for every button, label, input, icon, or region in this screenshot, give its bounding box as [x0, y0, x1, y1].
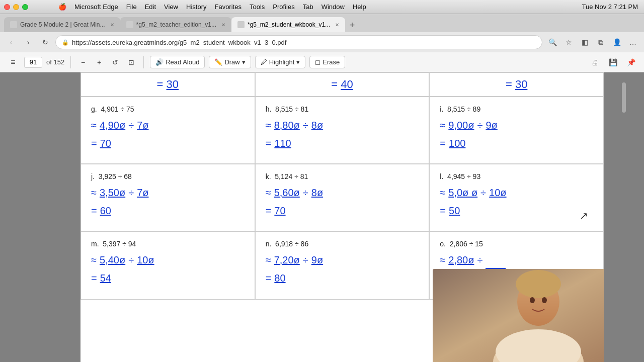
draw-chevron-icon: ▾ — [242, 58, 246, 66]
math-cell-m: m. 5,397 ÷ 94 ≈ 5,40ø ÷ 10ø = 54 — [80, 231, 255, 300]
math-cell-k: k. 5,124 ÷ 81 ≈ 5,60ø ÷ 8ø = 70 — [255, 164, 430, 231]
tab-2[interactable]: *g5_m2_teacher_edition_v1... ✕ — [120, 17, 231, 32]
math-cell-l: l. 4,945 ÷ 93 ≈ 5,0ø ø ÷ 10ø = 50 ↗ — [429, 164, 604, 231]
read-aloud-button[interactable]: 🔊 Read Aloud — [150, 56, 205, 68]
extensions-icon[interactable]: ⧉ — [594, 35, 608, 49]
address-bar[interactable]: 🔒 https://assets.eureka.greatminds.org/g… — [55, 35, 542, 49]
tab-2-favicon — [126, 21, 133, 28]
highlight-label: Highlight — [269, 58, 295, 66]
new-tab-button[interactable]: + — [345, 18, 359, 32]
menu-favorites[interactable]: Favorites — [214, 3, 241, 11]
menu-history[interactable]: History — [186, 3, 206, 11]
tab-1-favicon — [10, 21, 17, 28]
title-bar: 🍎 Microsoft Edge File Edit View History … — [0, 0, 644, 14]
tab-3-label: *g5_m2_student_wkbook_v1... — [248, 21, 330, 28]
menu-tools[interactable]: Tools — [250, 3, 265, 11]
traffic-lights[interactable] — [4, 4, 28, 10]
top-val-g: = 30 — [157, 78, 179, 90]
toolbar-divider-2 — [143, 56, 144, 68]
menu-bar: 🍎 Microsoft Edge File Edit View History … — [28, 3, 366, 11]
problem-n-label: n. 6,918 ÷ 86 — [266, 240, 419, 248]
menu-file[interactable]: File — [126, 3, 137, 11]
math-row-jkl: j. 3,925 ÷ 68 ≈ 3,50ø ÷ 7ø = 60 k. 5,124… — [80, 164, 604, 231]
menu-tab[interactable]: Tab — [303, 3, 313, 11]
pin-icon[interactable]: 📌 — [624, 55, 638, 69]
problem-i-work: ≈ 9,00ø ÷ 9ø = 100 — [440, 117, 593, 151]
svg-point-5 — [542, 297, 547, 303]
problem-j-label: j. 3,925 ÷ 68 — [91, 172, 245, 180]
highlight-button[interactable]: 🖊 Highlight ▾ — [255, 56, 306, 68]
tab-2-close[interactable]: ✕ — [221, 22, 225, 28]
reload-button[interactable]: ↻ — [38, 35, 52, 49]
tab-3-favicon — [237, 21, 245, 28]
top-cell-h: = 40 — [255, 72, 430, 97]
math-cell-g: g. 4,901 ÷ 75 ≈ 4,90ø ÷ 7ø = 70 — [80, 97, 255, 164]
browser-toolbar-right: 🔍 ☆ ◧ ⧉ 👤 … — [545, 35, 640, 49]
problem-h-label: h. 8,515 ÷ 81 — [266, 105, 419, 113]
svg-point-4 — [530, 297, 535, 303]
rotate-button[interactable]: ↺ — [109, 56, 121, 68]
problem-k-label: k. 5,124 ÷ 81 — [266, 172, 419, 180]
pdf-menu-button[interactable]: ≡ — [6, 55, 20, 69]
problem-i-label: i. 8,515 ÷ 89 — [440, 105, 593, 113]
forward-button[interactable]: › — [21, 35, 35, 49]
problem-k-work: ≈ 5,60ø ÷ 8ø = 70 — [266, 185, 419, 219]
address-bar-row: ‹ › ↻ 🔒 https://assets.eureka.greatminds… — [0, 32, 644, 52]
url-text: https://assets.eureka.greatminds.org/g5_… — [72, 39, 286, 46]
apple-menu[interactable]: 🍎 — [58, 3, 66, 11]
problem-l-work: ≈ 5,0ø ø ÷ 10ø = 50 — [440, 185, 593, 219]
tab-3-close[interactable]: ✕ — [335, 22, 339, 28]
top-cell-i: = 30 — [429, 72, 604, 97]
pdf-left-margin — [0, 72, 80, 362]
favorites-icon[interactable]: ☆ — [561, 35, 576, 49]
problem-j-work: ≈ 3,50ø ÷ 7ø = 60 — [91, 185, 245, 219]
draw-label: Draw — [224, 58, 239, 66]
read-aloud-icon: 🔊 — [155, 58, 164, 66]
pdf-page[interactable]: = 30 = 40 = 30 g. 4,901 ÷ 75 ≈ 4,90ø ÷ 7… — [80, 72, 604, 362]
erase-button[interactable]: ◻ Erase — [309, 56, 345, 68]
problem-g-label: g. 4,901 ÷ 75 — [91, 105, 245, 113]
tab-1[interactable]: Grade 5 Module 2 | Great Min... ✕ — [4, 17, 120, 32]
save-icon[interactable]: 💾 — [606, 55, 620, 69]
problem-n-work: ≈ 7,20ø ÷ 9ø = 80 — [266, 252, 419, 286]
tab-1-close[interactable]: ✕ — [110, 22, 114, 28]
profile-icon[interactable]: 👤 — [610, 35, 624, 49]
math-cell-n: n. 6,918 ÷ 86 ≈ 7,20ø ÷ 9ø = 80 — [255, 231, 430, 300]
menu-edge[interactable]: Microsoft Edge — [74, 3, 118, 11]
draw-icon: ✏️ — [214, 58, 222, 66]
tab-3[interactable]: *g5_m2_student_wkbook_v1... ✕ — [231, 17, 345, 32]
tab-bar: Grade 5 Module 2 | Great Min... ✕ *g5_m2… — [0, 14, 644, 32]
problem-m-work: ≈ 5,40ø ÷ 10ø = 54 — [91, 252, 245, 286]
close-button[interactable] — [4, 4, 10, 10]
menu-edit[interactable]: Edit — [145, 3, 156, 11]
problem-h-work: ≈ 8,80ø ÷ 8ø = 110 — [266, 117, 419, 151]
menu-help[interactable]: Help — [353, 3, 366, 11]
read-aloud-label: Read Aloud — [166, 58, 199, 66]
menu-window[interactable]: Window — [321, 3, 345, 11]
draw-button[interactable]: ✏️ Draw ▾ — [209, 56, 251, 68]
menu-view[interactable]: View — [164, 3, 178, 11]
problem-o-label: o. 2,806 ÷ 15 — [440, 240, 593, 248]
pdf-right-margin — [604, 72, 644, 362]
maximize-button[interactable] — [22, 4, 28, 10]
menu-profiles[interactable]: Profiles — [273, 3, 294, 11]
svg-point-2 — [516, 270, 561, 298]
tab-2-label: *g5_m2_teacher_edition_v1... — [136, 21, 216, 28]
browser-search-icon[interactable]: 🔍 — [545, 35, 559, 49]
system-clock: Tue Nov 2 7:21 PM — [582, 3, 638, 11]
top-cell-g: = 30 — [80, 72, 255, 97]
settings-icon[interactable]: … — [626, 35, 640, 49]
webcam-video — [433, 269, 604, 362]
scroll-indicator[interactable] — [622, 82, 626, 113]
problem-l-label: l. 4,945 ÷ 93 — [440, 172, 593, 180]
zoom-out-button[interactable]: − — [77, 56, 89, 68]
page-number-input[interactable] — [24, 57, 42, 68]
minimize-button[interactable] — [13, 4, 19, 10]
tab-1-label: Grade 5 Module 2 | Great Min... — [20, 21, 105, 28]
collections-icon[interactable]: ◧ — [578, 35, 592, 49]
fit-button[interactable]: ⊡ — [125, 56, 137, 68]
erase-label: Erase — [323, 58, 340, 66]
zoom-in-button[interactable]: + — [93, 56, 105, 68]
back-button[interactable]: ‹ — [4, 35, 18, 49]
print-icon[interactable]: 🖨 — [588, 55, 602, 69]
